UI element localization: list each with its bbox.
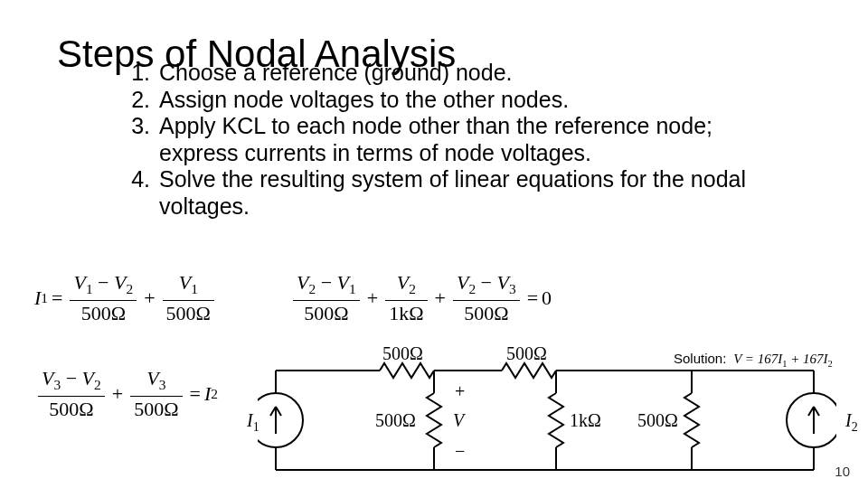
steps-list: 1. Choose a reference (ground) node. 2. … [114,60,765,220]
step-num: 2. [114,87,159,114]
page-number: 10 [835,464,850,479]
step-4: 4. Solve the resulting system of linear … [114,166,765,220]
label-i2: I2 [845,410,868,435]
svg-point-1 [787,393,836,447]
label-r-top2: 500Ω [506,343,547,364]
step-num: 3. [114,113,159,166]
step-text: Apply KCL to each node other than the re… [159,113,765,166]
step-text: Choose a reference (ground) node. [159,60,765,87]
svg-point-0 [258,393,303,447]
step-text: Assign node voltages to the other nodes. [159,87,765,114]
label-r-mid2: 1kΩ [570,410,601,431]
equation-2: V2 − V1 500Ω + V2 1kΩ + V2 − V3 500Ω = 0 [289,273,552,324]
step-num: 4. [114,166,159,220]
label-minus: − [455,441,465,462]
step-2: 2. Assign node voltages to the other nod… [114,87,765,114]
equation-1: I1 = V1 − V2 500Ω + V1 500Ω [34,273,218,324]
step-3: 3. Apply KCL to each node other than the… [114,113,765,166]
solution-text: Solution: V = 167I1 + 167I2 [674,351,833,369]
step-text: Solve the resulting system of linear equ… [159,166,765,220]
step-1: 1. Choose a reference (ground) node. [114,60,765,87]
label-v: V [453,410,464,430]
label-r-top1: 500Ω [382,343,423,364]
step-num: 1. [114,60,159,87]
label-r-mid1: 500Ω [375,410,416,431]
equation-3: V3 − V2 500Ω + V3 500Ω = I2 [34,369,218,419]
label-i1: I1 [247,410,259,435]
label-plus: + [455,381,465,402]
label-r-right: 500Ω [637,410,678,431]
